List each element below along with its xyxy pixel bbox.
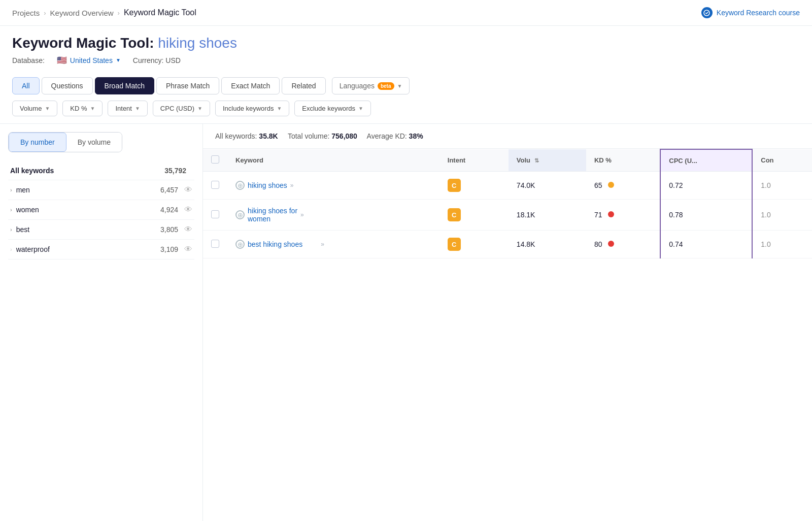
chevron-right-icon: › xyxy=(10,207,12,213)
row-checkbox[interactable] xyxy=(211,210,219,218)
db-chevron-icon: ▼ xyxy=(116,57,121,63)
volume-cell: 14.8K xyxy=(509,231,586,258)
filter-section: All Questions Broad Match Phrase Match E… xyxy=(0,70,812,124)
table-row: ⊕ hiking shoes » C 74.0K 65 xyxy=(203,172,812,200)
keyword-link[interactable]: ⊕ hiking shoes forwomen » xyxy=(235,207,431,223)
con-cell: 1.0 xyxy=(752,231,812,258)
col-header-cpc: CPC (U... xyxy=(660,149,752,172)
include-keywords-label: Include keywords xyxy=(223,105,274,112)
filter-dropdowns: Volume ▼ KD % ▼ Intent ▼ CPC (USD) ▼ Inc… xyxy=(12,101,800,116)
chevron-right-icon: › xyxy=(10,187,12,193)
cpc-label: CPC (USD) xyxy=(160,105,194,112)
breadcrumb-projects[interactable]: Projects xyxy=(12,9,40,17)
eye-icon[interactable]: 👁 xyxy=(184,225,192,234)
volume-chevron-icon: ▼ xyxy=(45,106,50,111)
col-header-volume[interactable]: Volu ⇅ xyxy=(509,149,586,172)
row-checkbox-cell xyxy=(203,172,227,200)
col-header-keyword: Keyword xyxy=(227,149,439,172)
by-volume-button[interactable]: By volume xyxy=(66,133,122,152)
keyword-text: hiking shoes xyxy=(248,181,287,189)
tab-phrase-match[interactable]: Phrase Match xyxy=(156,77,219,94)
include-keywords-filter[interactable]: Include keywords ▼ xyxy=(215,101,289,116)
sidebar-keyword-count: 3,805 xyxy=(153,225,178,234)
arrows-icon: » xyxy=(321,241,324,248)
course-icon xyxy=(701,7,713,18)
add-keyword-button[interactable]: ⊕ xyxy=(235,210,245,219)
main-content: By number By volume All keywords 35,792 … xyxy=(0,124,812,521)
sidebar-header-row: All keywords 35,792 xyxy=(8,161,194,180)
add-keyword-button[interactable]: ⊕ xyxy=(235,240,245,249)
sidebar-keyword-count: 3,109 xyxy=(153,245,178,253)
chevron-right-icon: › xyxy=(10,226,12,233)
keyword-link[interactable]: ⊕ best hiking shoes » xyxy=(235,240,431,249)
list-item[interactable]: › men 6,457 👁 xyxy=(8,180,194,200)
sidebar-keyword-count: 4,924 xyxy=(153,206,178,214)
exclude-keywords-label: Exclude keywords xyxy=(302,105,355,112)
intent-filter[interactable]: Intent ▼ xyxy=(108,101,147,116)
keyword-cell: ⊕ best hiking shoes » xyxy=(227,231,439,258)
right-content: All keywords: 35.8K Total volume: 756,08… xyxy=(203,124,812,521)
con-cell: 1.0 xyxy=(752,172,812,200)
list-item[interactable]: › women 4,924 👁 xyxy=(8,200,194,220)
volume-filter[interactable]: Volume ▼ xyxy=(12,101,57,116)
kd-dot-icon xyxy=(608,211,614,217)
chevron-right-icon: › xyxy=(10,246,12,252)
course-link[interactable]: Keyword Research course xyxy=(701,7,800,18)
eye-icon[interactable]: 👁 xyxy=(184,185,192,194)
add-keyword-button[interactable]: ⊕ xyxy=(235,181,245,190)
us-flag: 🇺🇸 xyxy=(57,55,67,65)
intent-badge: C xyxy=(448,179,461,192)
eye-icon[interactable]: 👁 xyxy=(184,205,192,214)
intent-chevron-icon: ▼ xyxy=(135,106,140,111)
list-item[interactable]: › waterproof 3,109 👁 xyxy=(8,240,194,259)
beta-badge: beta xyxy=(378,82,394,90)
match-tabs: All Questions Broad Match Phrase Match E… xyxy=(12,77,800,94)
exclude-keywords-filter[interactable]: Exclude keywords ▼ xyxy=(294,101,371,116)
db-selector[interactable]: 🇺🇸 United States ▼ xyxy=(57,55,121,65)
table-row: ⊕ best hiking shoes » C 14.8K 80 xyxy=(203,231,812,258)
eye-icon[interactable]: 👁 xyxy=(184,245,192,254)
view-toggle: By number By volume xyxy=(8,132,122,152)
keyword-table: Keyword Intent Volu ⇅ KD % CPC (U... Con xyxy=(203,149,812,258)
kd-filter[interactable]: KD % ▼ xyxy=(62,101,103,116)
breadcrumb-overview[interactable]: Keyword Overview xyxy=(50,9,114,17)
keyword-cell: ⊕ hiking shoes » xyxy=(227,172,439,200)
total-volume-label: Total volume: xyxy=(288,132,329,140)
tab-languages[interactable]: Languages beta ▼ xyxy=(332,77,410,94)
col-header-kd: KD % xyxy=(586,149,660,172)
row-checkbox[interactable] xyxy=(211,181,219,189)
kd-cell: 80 xyxy=(586,231,660,258)
row-checkbox[interactable] xyxy=(211,240,219,248)
keyword-link[interactable]: ⊕ hiking shoes » xyxy=(235,181,431,190)
cpc-filter[interactable]: CPC (USD) ▼ xyxy=(153,101,210,116)
breadcrumb-sep-2: › xyxy=(118,9,120,17)
page-title: Keyword Magic Tool: hiking shoes xyxy=(12,35,800,51)
tab-exact-match[interactable]: Exact Match xyxy=(221,77,280,94)
intent-badge: C xyxy=(448,208,461,221)
by-number-button[interactable]: By number xyxy=(9,133,66,152)
tab-related[interactable]: Related xyxy=(282,77,325,94)
avg-kd-value: 38% xyxy=(409,132,423,140)
row-checkbox-cell xyxy=(203,200,227,231)
tab-broad-match[interactable]: Broad Match xyxy=(95,77,154,94)
breadcrumb-bar: Projects › Keyword Overview › Keyword Ma… xyxy=(0,0,812,26)
intent-badge: C xyxy=(448,238,461,251)
kd-cell: 71 xyxy=(586,200,660,231)
arrows-icon: » xyxy=(290,182,294,189)
kd-chevron-icon: ▼ xyxy=(90,106,95,111)
keyword-query: hiking shoes xyxy=(158,35,237,51)
select-all-checkbox[interactable] xyxy=(211,155,219,164)
kd-dot-icon xyxy=(608,241,614,247)
kd-cell: 65 xyxy=(586,172,660,200)
languages-label: Languages xyxy=(340,82,375,90)
db-label: Database: xyxy=(12,56,45,64)
tab-all[interactable]: All xyxy=(12,77,40,94)
sidebar-keyword-name: men xyxy=(16,186,153,194)
include-chevron-icon: ▼ xyxy=(277,106,282,111)
db-country: United States xyxy=(70,56,113,64)
page-meta: Database: 🇺🇸 United States ▼ Currency: U… xyxy=(12,55,800,65)
cpc-cell: 0.74 xyxy=(660,231,752,258)
tab-questions[interactable]: Questions xyxy=(42,77,93,94)
list-item[interactable]: › best 3,805 👁 xyxy=(8,220,194,240)
currency-label: Currency: USD xyxy=(133,56,181,64)
